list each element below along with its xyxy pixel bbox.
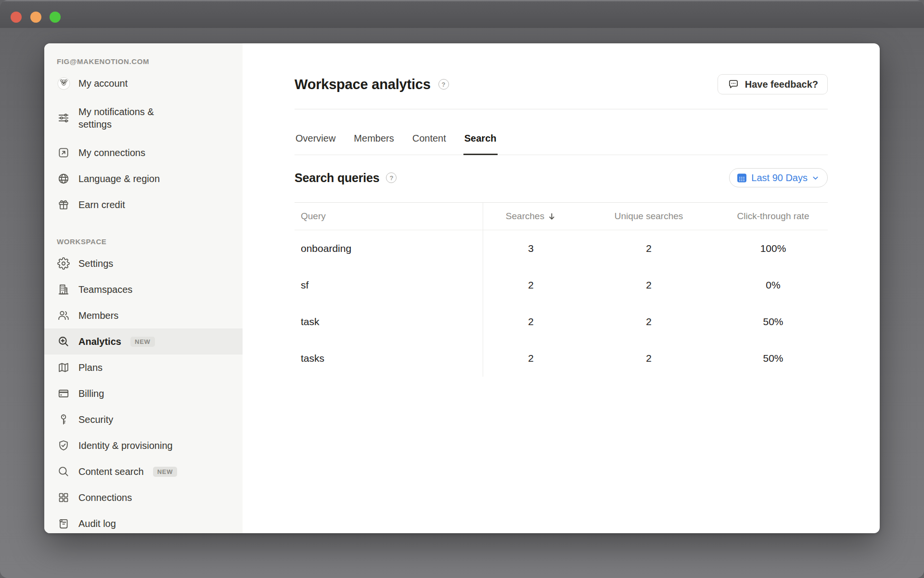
sidebar-item-teamspaces[interactable]: Teamspaces — [44, 276, 243, 302]
sidebar-item-connections[interactable]: Connections — [44, 485, 243, 511]
people-icon — [57, 309, 70, 322]
sidebar-item-content-search[interactable]: Content search NEW — [44, 459, 243, 485]
searches-cell: 2 — [483, 279, 579, 291]
sidebar-item-label: Settings — [78, 257, 113, 270]
searches-cell: 2 — [483, 353, 579, 364]
desktop-background: FIG@MAKENOTION.COM My account My notific… — [0, 0, 924, 578]
ctr-cell: 50% — [719, 316, 828, 328]
table-header-row: Query Searches Unique searches Click-thr… — [295, 203, 828, 230]
unique-searches-cell: 2 — [579, 279, 719, 291]
sliders-icon — [57, 111, 70, 125]
sidebar-item-my-notifications-settings[interactable]: My notifications & settings — [44, 96, 243, 140]
sidebar-item-label: Teamspaces — [78, 283, 132, 296]
help-icon[interactable]: ? — [438, 79, 449, 90]
sidebar-item-identity-provisioning[interactable]: Identity & provisioning — [44, 433, 243, 459]
tab-members[interactable]: Members — [353, 132, 395, 155]
close-window-button[interactable] — [11, 12, 22, 23]
key-icon — [57, 413, 70, 426]
date-range-dropdown[interactable]: Last 90 Days — [729, 168, 828, 187]
map-icon — [57, 361, 70, 374]
query-cell: onboarding — [295, 243, 483, 254]
query-cell: tasks — [295, 353, 483, 364]
table-row[interactable]: tasks 2 2 50% — [295, 340, 828, 377]
sidebar-item-label: Plans — [78, 361, 103, 374]
column-header-searches[interactable]: Searches — [483, 211, 579, 222]
credit-card-icon — [57, 387, 70, 400]
sort-descending-icon — [548, 212, 556, 221]
workspace-section: Settings Teamspaces Members — [44, 250, 243, 533]
unique-searches-cell: 2 — [579, 316, 719, 328]
workspace-section-header: WORKSPACE — [44, 238, 243, 246]
tab-search[interactable]: Search — [463, 132, 498, 155]
account-section: My account My notifications & settings M… — [44, 70, 243, 218]
shield-check-icon — [57, 439, 70, 452]
column-header-query[interactable]: Query — [295, 211, 483, 222]
analytics-main-panel: Workspace analytics ? Have feedback? Ove… — [243, 43, 880, 533]
settings-dialog: FIG@MAKENOTION.COM My account My notific… — [44, 43, 880, 533]
search-queries-table: Query Searches Unique searches Click-thr… — [295, 202, 828, 377]
sidebar-item-security[interactable]: Security — [44, 407, 243, 433]
tab-content[interactable]: Content — [411, 132, 447, 155]
scroll-icon — [57, 517, 70, 530]
calendar-icon — [737, 173, 747, 183]
account-email-header: FIG@MAKENOTION.COM — [44, 58, 243, 66]
sidebar-item-analytics[interactable]: Analytics NEW — [44, 328, 243, 355]
sidebar-item-label: Billing — [78, 387, 104, 400]
searches-cell: 3 — [483, 243, 579, 254]
sidebar-item-label: Security — [78, 413, 113, 426]
column-divider — [483, 203, 483, 377]
gear-icon — [57, 257, 70, 270]
column-header-label: Searches — [506, 211, 544, 222]
speech-bubble-icon — [727, 78, 740, 91]
magnifier-icon — [57, 465, 70, 478]
column-header-unique-searches[interactable]: Unique searches — [579, 211, 719, 222]
ctr-cell: 50% — [719, 353, 828, 364]
query-cell: sf — [295, 279, 483, 291]
date-range-label: Last 90 Days — [751, 172, 808, 184]
unique-searches-cell: 2 — [579, 353, 719, 364]
minimize-window-button[interactable] — [30, 12, 41, 23]
sidebar-item-members[interactable]: Members — [44, 302, 243, 328]
ctr-cell: 100% — [719, 243, 828, 254]
sidebar-item-label: Earn credit — [78, 198, 125, 211]
analytics-tabs: Overview Members Content Search — [295, 109, 828, 155]
sidebar-item-plans[interactable]: Plans — [44, 355, 243, 381]
sidebar-item-label: Connections — [78, 491, 132, 504]
sidebar-item-label: My notifications & settings — [78, 105, 189, 131]
sidebar-item-label: My connections — [78, 146, 145, 159]
new-badge: NEW — [130, 337, 155, 347]
sidebar-item-label: Identity & provisioning — [78, 439, 173, 452]
help-icon[interactable]: ? — [386, 172, 397, 183]
chevron-down-icon — [812, 174, 819, 182]
sidebar-item-billing[interactable]: Billing — [44, 381, 243, 407]
section-heading: Search queries — [295, 171, 379, 185]
gift-icon — [57, 198, 70, 211]
query-cell: task — [295, 316, 483, 328]
have-feedback-label: Have feedback? — [745, 79, 818, 90]
zoom-window-button[interactable] — [50, 12, 61, 23]
column-header-click-through-rate[interactable]: Click-through rate — [719, 211, 828, 222]
sidebar-item-my-account[interactable]: My account — [44, 70, 243, 96]
table-row[interactable]: onboarding 3 2 100% — [295, 230, 828, 267]
tab-overview[interactable]: Overview — [295, 132, 336, 155]
sidebar-item-label: My account — [78, 77, 128, 90]
sidebar-item-audit-log[interactable]: Audit log — [44, 511, 243, 533]
sidebar-item-settings[interactable]: Settings — [44, 250, 243, 276]
globe-icon — [57, 172, 70, 185]
settings-sidebar: FIG@MAKENOTION.COM My account My notific… — [44, 43, 243, 533]
searches-cell: 2 — [483, 316, 579, 328]
have-feedback-button[interactable]: Have feedback? — [718, 74, 828, 94]
arrow-up-right-box-icon — [57, 146, 70, 159]
building-icon — [57, 283, 70, 296]
sidebar-item-label: Language & region — [78, 172, 160, 185]
table-row[interactable]: task 2 2 50% — [295, 303, 828, 340]
sidebar-item-my-connections[interactable]: My connections — [44, 140, 243, 166]
page-title: Workspace analytics — [295, 75, 431, 94]
sidebar-item-label: Members — [78, 309, 118, 322]
sidebar-item-earn-credit[interactable]: Earn credit — [44, 192, 243, 218]
avatar — [57, 77, 70, 90]
new-badge: NEW — [153, 467, 178, 477]
sidebar-item-language-region[interactable]: Language & region — [44, 166, 243, 192]
sidebar-item-label: Audit log — [78, 517, 116, 530]
table-row[interactable]: sf 2 2 0% — [295, 267, 828, 303]
